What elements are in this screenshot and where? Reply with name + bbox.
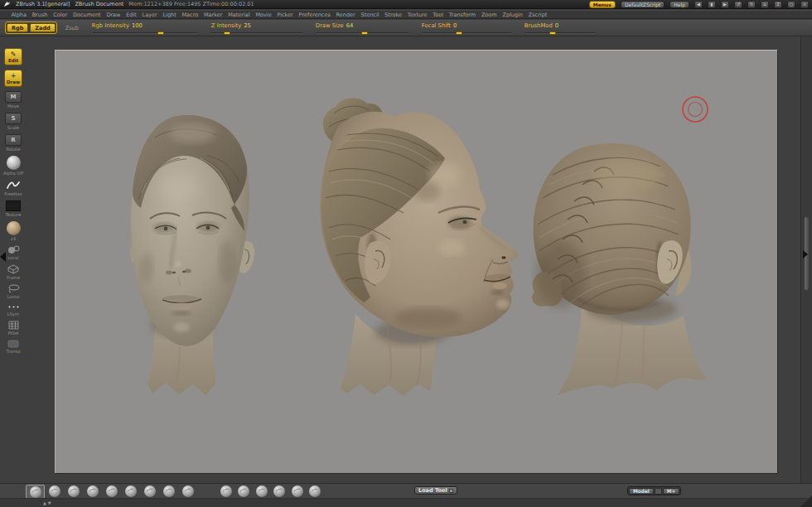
brush-thumb-icon bbox=[30, 486, 41, 498]
stroke-label: FreeHan bbox=[4, 191, 22, 196]
zsub-button[interactable]: Zsub bbox=[65, 25, 79, 31]
nav-divider-icon[interactable]: ▮ bbox=[708, 1, 716, 8]
menu-item-marker[interactable]: Marker bbox=[201, 12, 225, 18]
menu-item-document[interactable]: Document bbox=[70, 12, 104, 18]
brush-thumb-icon bbox=[220, 485, 232, 497]
brush-thumb-icon bbox=[182, 485, 194, 497]
local-button[interactable]: Local bbox=[7, 245, 20, 260]
load-tool-button[interactable]: Load Tool bbox=[414, 486, 457, 495]
menu-item-zoom[interactable]: Zoom bbox=[479, 12, 500, 18]
transp-button[interactable]: Transp bbox=[7, 340, 21, 354]
head-front bbox=[130, 115, 254, 395]
menu-item-zscript[interactable]: Zscript bbox=[525, 12, 549, 18]
close-icon[interactable]: × bbox=[800, 1, 809, 8]
current-material-thumb[interactable]: z3 bbox=[7, 221, 21, 241]
menu-item-tool[interactable]: Tool bbox=[430, 12, 446, 18]
menu-item-layer[interactable]: Layer bbox=[139, 12, 160, 18]
draw-button[interactable]: +Draw bbox=[4, 70, 22, 87]
move-button[interactable]: M Move bbox=[5, 91, 22, 109]
window-resize-corner[interactable] bbox=[800, 495, 812, 507]
document-canvas[interactable] bbox=[55, 50, 777, 473]
app-title: ZBrush 3.1[general] bbox=[16, 1, 70, 7]
freehand-stroke-icon bbox=[6, 180, 21, 191]
right-tray-edge bbox=[800, 36, 812, 483]
undo-icon[interactable]: ↺ bbox=[734, 1, 742, 8]
menu-item-alpha[interactable]: Alpha bbox=[8, 12, 29, 18]
brush-thumb-icon bbox=[238, 485, 249, 497]
rotate-button[interactable]: R Rotate bbox=[5, 134, 22, 152]
ptsel-button[interactable]: PtSel bbox=[7, 321, 18, 336]
edit-button[interactable]: ✎Edit bbox=[4, 48, 22, 65]
redo-icon[interactable]: ↻ bbox=[747, 1, 756, 8]
menus-button[interactable]: Menus bbox=[589, 1, 616, 8]
zbrush-window: ZBrush 3.1[general] ZBrush Document Mem:… bbox=[0, 0, 812, 507]
menu-item-light[interactable]: Light bbox=[160, 12, 179, 18]
rgb-intensity-slider[interactable]: Rgb Intensity100 bbox=[92, 22, 198, 34]
rgb-button[interactable]: Rgb bbox=[7, 23, 28, 32]
help-button[interactable]: Help bbox=[669, 1, 689, 8]
nav-next-icon[interactable]: ▶ bbox=[721, 1, 729, 8]
texture-label: Texture bbox=[6, 212, 22, 217]
top-shelf: Rgb Zadd Zsub Rgb Intensity100 Z Intensi… bbox=[0, 20, 812, 36]
z-intensity-slider[interactable]: Z Intensity25 bbox=[211, 22, 302, 34]
scale-icon: S bbox=[5, 113, 22, 124]
menu-item-material[interactable]: Material bbox=[225, 12, 253, 18]
m-plus-button[interactable]: M+ bbox=[663, 488, 680, 495]
draw-size-slider[interactable]: Draw Size64 bbox=[316, 22, 408, 34]
local-icon bbox=[7, 245, 20, 254]
menu-item-edit[interactable]: Edit bbox=[123, 12, 139, 18]
slider-handle[interactable] bbox=[456, 31, 462, 35]
menu-item-stroke[interactable]: Stroke bbox=[382, 12, 405, 18]
ptsel-label: PtSel bbox=[7, 331, 18, 336]
memory-stats: Mem:1212+389 Free:1495 ZTime:00:00:02.01 bbox=[128, 1, 254, 7]
grid-icon bbox=[8, 321, 19, 330]
circle-icon[interactable]: ○ bbox=[787, 1, 795, 8]
menu-item-preferences[interactable]: Preferences bbox=[296, 12, 333, 18]
menu-item-draw[interactable]: Draw bbox=[104, 12, 123, 18]
draw-label: Draw bbox=[7, 80, 20, 84]
menu-item-render[interactable]: Render bbox=[333, 12, 358, 18]
brush-thumb-icon bbox=[125, 485, 137, 497]
current-alpha-thumb[interactable]: Alpha Off bbox=[3, 156, 23, 176]
load-tool-icon bbox=[449, 489, 453, 493]
collapse-down-icon: ▼ bbox=[48, 500, 51, 505]
home-icon[interactable]: ⌂ bbox=[761, 1, 769, 8]
slider-handle[interactable] bbox=[157, 31, 164, 35]
menu-item-transform[interactable]: Transform bbox=[446, 12, 478, 18]
nav-prev-icon[interactable]: ◀ bbox=[694, 1, 703, 8]
slider-label: Focal Shift bbox=[422, 22, 451, 29]
focal-shift-slider[interactable]: Focal Shift0 bbox=[422, 22, 511, 34]
menu-item-color[interactable]: Color bbox=[51, 12, 70, 18]
menu-item-macro[interactable]: Macro bbox=[179, 12, 201, 18]
frame-button[interactable]: Frame bbox=[7, 264, 20, 280]
material-sphere-icon bbox=[7, 221, 21, 235]
menu-item-texture[interactable]: Texture bbox=[404, 12, 430, 18]
default-zscript-button[interactable]: DefaultZScript bbox=[621, 1, 665, 8]
slider-handle[interactable] bbox=[549, 31, 556, 35]
menu-item-zplugin[interactable]: Zplugin bbox=[500, 12, 525, 18]
tray-collapse-arrows[interactable]: ▲▼ bbox=[43, 500, 51, 505]
lsym-button[interactable]: LSym bbox=[7, 303, 21, 316]
scale-button[interactable]: S Scale bbox=[5, 113, 22, 130]
current-stroke-thumb[interactable]: FreeHan bbox=[4, 180, 22, 196]
right-tray-divider[interactable] bbox=[803, 250, 808, 258]
menu-item-movie[interactable]: Movie bbox=[253, 12, 274, 18]
transp-label: Transp bbox=[7, 349, 21, 354]
lasso-icon bbox=[7, 284, 20, 293]
title-bar: ZBrush 3.1[general] ZBrush Document Mem:… bbox=[0, 0, 812, 9]
brush-thumb-icon bbox=[144, 485, 156, 497]
slider-handle[interactable] bbox=[361, 31, 368, 35]
zadd-button[interactable]: Zadd bbox=[30, 23, 55, 32]
slider-handle[interactable] bbox=[224, 31, 230, 35]
current-texture-thumb[interactable]: Texture bbox=[6, 200, 22, 217]
transparency-icon bbox=[7, 340, 19, 348]
menu-item-picker[interactable]: Picker bbox=[274, 12, 296, 18]
left-tray-divider[interactable] bbox=[0, 252, 6, 262]
zoom-icon[interactable]: Z bbox=[774, 1, 782, 8]
model-button[interactable]: Model bbox=[629, 488, 654, 495]
head-three-quarter bbox=[320, 99, 518, 396]
lasso-button[interactable]: Lasso bbox=[7, 284, 20, 299]
menu-item-stencil[interactable]: Stencil bbox=[358, 12, 382, 18]
brushmod-slider[interactable]: BrushMod0 bbox=[524, 22, 596, 34]
menu-item-brush[interactable]: Brush bbox=[29, 12, 51, 18]
